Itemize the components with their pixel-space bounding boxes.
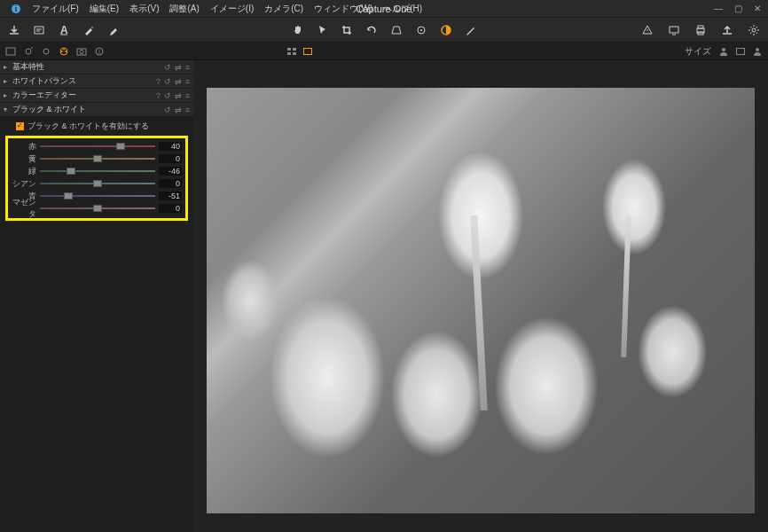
tab-exposure-icon[interactable] [39, 44, 53, 59]
slider-track[interactable] [40, 143, 155, 150]
eyedropper-icon[interactable] [80, 21, 98, 39]
slider-value[interactable]: 40 [159, 142, 182, 151]
slider-thumb[interactable] [93, 155, 102, 162]
svg-text:i: i [98, 49, 100, 55]
bw-enable-checkbox[interactable] [16, 122, 24, 130]
slider-value[interactable]: -51 [159, 192, 182, 200]
svg-point-20 [80, 50, 83, 53]
mask-icon[interactable] [437, 21, 455, 39]
menu-icon[interactable]: ≡ [185, 91, 190, 100]
user-icon[interactable] [717, 44, 731, 59]
pen-icon[interactable] [462, 21, 480, 39]
slider-track[interactable] [40, 205, 155, 212]
bw-slider-red: 赤40 [12, 140, 182, 153]
monitor-icon[interactable] [665, 21, 683, 39]
pointer-icon[interactable] [313, 21, 331, 39]
slider-value[interactable]: 0 [159, 204, 182, 213]
bw-slider-cyan: シアン0 [12, 177, 182, 190]
view-single-icon[interactable] [303, 48, 312, 55]
tab-lens-icon[interactable] [21, 44, 35, 59]
bw-slider-magenta: マゼンタ0 [12, 202, 182, 215]
reset-icon[interactable]: ↺ [164, 91, 171, 100]
view-grid-icon[interactable] [287, 48, 296, 55]
gear-icon[interactable] [745, 21, 763, 39]
rotate-icon[interactable] [363, 21, 380, 39]
tab-color-icon[interactable] [57, 44, 71, 59]
panel-blackwhite[interactable]: ▾ ブラック & ホワイト ↺⇄≡ [0, 103, 193, 117]
copy-icon[interactable]: ⇄ [175, 106, 182, 114]
svg-point-17 [66, 51, 67, 52]
slider-thumb[interactable] [93, 205, 102, 212]
tab-library-icon[interactable] [4, 44, 18, 59]
panel-coloreditor[interactable]: ▸ カラーエディター ?↺⇄≡ [0, 89, 193, 103]
slider-thumb[interactable] [64, 192, 73, 200]
close-icon[interactable]: ✕ [752, 4, 763, 13]
menu-file[interactable]: ファイル(F) [27, 1, 84, 17]
copy-icon[interactable]: ⇄ [175, 77, 182, 86]
bw-slider-blue: 青-51 [12, 190, 182, 202]
menu-image[interactable]: イメージ(I) [205, 1, 259, 17]
svg-point-23 [722, 48, 725, 51]
hand-icon[interactable] [288, 21, 306, 39]
slider-value[interactable]: -46 [159, 167, 182, 176]
slider-track[interactable] [40, 180, 155, 187]
app-logo-icon[interactable]: i [5, 2, 27, 16]
chevron-down-icon: ▾ [4, 106, 12, 113]
histogram-toggle-icon[interactable] [736, 48, 745, 55]
maximize-icon[interactable]: ▢ [733, 4, 743, 13]
slider-label: マゼンタ [12, 197, 36, 220]
slider-thumb[interactable] [67, 168, 75, 175]
brush-icon[interactable] [105, 21, 122, 39]
copy-icon[interactable]: ⇄ [175, 91, 182, 100]
minimize-icon[interactable]: — [713, 4, 724, 13]
reset-icon[interactable]: ↺ [164, 63, 171, 72]
svg-rect-9 [698, 26, 703, 28]
help-icon[interactable]: ? [156, 91, 161, 100]
panel-wb-title: ホワイトバランス [12, 75, 156, 87]
tab-camera-icon[interactable] [74, 44, 89, 59]
import-icon[interactable] [5, 21, 23, 39]
slider-value[interactable]: 0 [159, 179, 182, 188]
reset-icon[interactable]: ↺ [164, 106, 171, 114]
slider-label: 緑 [12, 166, 36, 177]
slider-value[interactable]: 0 [159, 154, 182, 163]
svg-point-16 [63, 48, 65, 50]
reset-icon[interactable]: ↺ [164, 77, 171, 86]
print-icon[interactable] [692, 21, 709, 39]
bw-slider-green: 緑-46 [12, 165, 182, 177]
menu-icon[interactable]: ≡ [185, 77, 190, 86]
bw-slider-yellow: 黄0 [12, 153, 182, 165]
svg-point-11 [752, 28, 756, 32]
panel-whitebalance[interactable]: ▸ ホワイトバランス ?↺⇄≡ [0, 74, 193, 89]
slider-track[interactable] [40, 168, 155, 175]
menu-camera[interactable]: カメラ(C) [259, 1, 309, 17]
menu-icon[interactable]: ≡ [185, 106, 190, 114]
tab-info-icon[interactable]: i [92, 44, 106, 59]
panel-basic[interactable]: ▸ 基本特性 ↺⇄≡ [0, 60, 193, 74]
slider-track[interactable] [40, 192, 155, 200]
help-icon[interactable]: ? [156, 77, 161, 86]
export-icon[interactable] [718, 21, 736, 39]
slider-label: 赤 [12, 141, 36, 153]
panel-basic-title: 基本特性 [12, 61, 164, 73]
svg-point-24 [756, 48, 759, 51]
slider-thumb[interactable] [93, 180, 102, 187]
slider-thumb[interactable] [116, 143, 125, 150]
menu-icon[interactable]: ≡ [185, 63, 190, 72]
menubar: i ファイル(F) 編集(E) 表示(V) 調整(A) イメージ(I) カメラ(… [0, 0, 768, 18]
image-viewer[interactable] [193, 60, 768, 532]
spot-icon[interactable] [412, 21, 430, 39]
menu-view[interactable]: 表示(V) [124, 1, 164, 17]
crop-icon[interactable] [338, 21, 356, 39]
text-icon[interactable]: A [55, 21, 73, 39]
keystone-icon[interactable] [388, 21, 405, 39]
menu-edit[interactable]: 編集(E) [84, 1, 124, 17]
svg-rect-2 [35, 27, 43, 34]
user2-icon[interactable] [750, 44, 764, 59]
preset-icon[interactable] [30, 21, 48, 39]
preview-image [207, 88, 755, 513]
slider-track[interactable] [40, 155, 155, 162]
warning-icon[interactable] [639, 21, 656, 39]
menu-adjust[interactable]: 調整(A) [164, 1, 204, 17]
copy-icon[interactable]: ⇄ [175, 63, 182, 72]
